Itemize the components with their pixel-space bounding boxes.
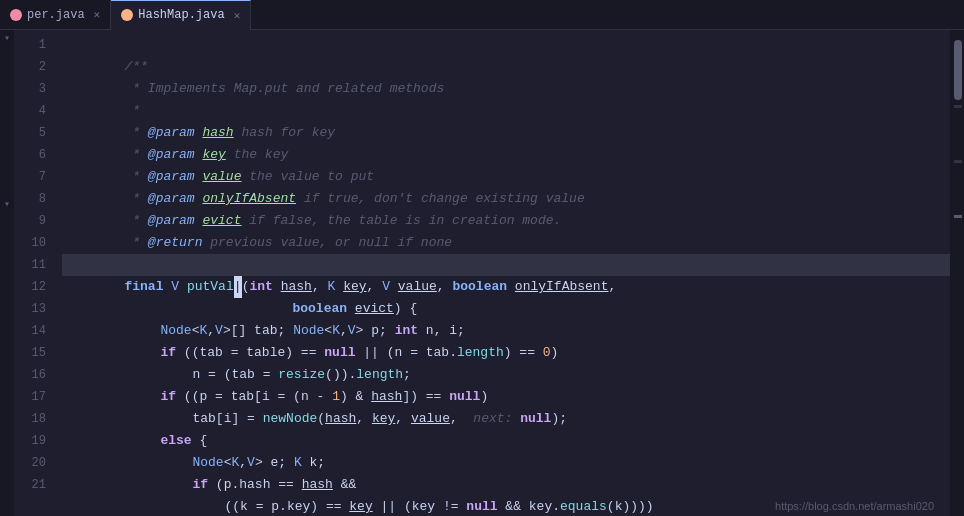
code-line-6: * @param value the value to put: [62, 144, 950, 166]
code-content[interactable]: /** * Implements Map.put and related met…: [54, 30, 950, 516]
code-line-3: *: [62, 78, 950, 100]
tab-per-java-close[interactable]: ✕: [94, 8, 101, 21]
fold-icon-2[interactable]: ▾: [4, 200, 10, 210]
code-line-16: if ((p = tab[i = (n - 1) & hash]) == nul…: [62, 364, 950, 386]
tab-bar: per.java ✕ HashMap.java ✕: [0, 0, 964, 30]
scrollbar-thumb[interactable]: [954, 40, 962, 100]
code-line-12: boolean evict) {: [62, 276, 950, 298]
code-line-9: * @return previous value, or null if non…: [62, 210, 950, 232]
code-line-21: ((k = p.key) == key || (key != null && k…: [62, 474, 950, 496]
code-line-7: * @param onlyIfAbsent if true, don't cha…: [62, 166, 950, 188]
code-line-2: * Implements Map.put and related methods: [62, 56, 950, 78]
tab-per-java[interactable]: per.java ✕: [0, 0, 111, 30]
code-line-15: n = (tab = resize()).length;: [62, 342, 950, 364]
code-line-18: else {: [62, 408, 950, 430]
code-line-13: Node<K,V>[] tab; Node<K,V> p; int n, i;: [62, 298, 950, 320]
code-line-11: final V putVal|(int hash, K key, V value…: [62, 254, 950, 276]
java-file-icon: [10, 9, 22, 21]
editor-window: per.java ✕ HashMap.java ✕ ▾ ▾ 1 2 3 4 5 …: [0, 0, 964, 516]
tab-hashmap-java-label: HashMap.java: [138, 8, 224, 22]
hashmap-file-icon: [121, 9, 133, 21]
tab-hashmap-java-close[interactable]: ✕: [234, 9, 241, 22]
code-line-10: */: [62, 232, 950, 254]
code-line-17: tab[i] = newNode(hash, key, value, next:…: [62, 386, 950, 408]
watermark: https://blog.csdn.net/armashi020: [775, 500, 934, 512]
code-line-4: * @param hash hash for key: [62, 100, 950, 122]
fold-gutter: ▾ ▾: [0, 30, 14, 516]
line-numbers: 1 2 3 4 5 6 7 8 9 10 11 12 13 14 15 16 1…: [14, 30, 54, 516]
code-line-5: * @param key the key: [62, 122, 950, 144]
fold-icon-1[interactable]: ▾: [4, 34, 10, 44]
code-line-1: /**: [62, 34, 950, 56]
code-line-20: if (p.hash == hash &&: [62, 452, 950, 474]
code-line-8: * @param evict if false, the table is in…: [62, 188, 950, 210]
tab-per-java-label: per.java: [27, 8, 85, 22]
code-line-19: Node<K,V> e; K k;: [62, 430, 950, 452]
code-line-14: if ((tab = table) == null || (n = tab.le…: [62, 320, 950, 342]
scrollbar-right[interactable]: [950, 30, 964, 516]
editor-body: ▾ ▾ 1 2 3 4 5 6 7 8 9 10 11 12 13 14 15 …: [0, 30, 964, 516]
tab-hashmap-java[interactable]: HashMap.java ✕: [111, 0, 251, 30]
